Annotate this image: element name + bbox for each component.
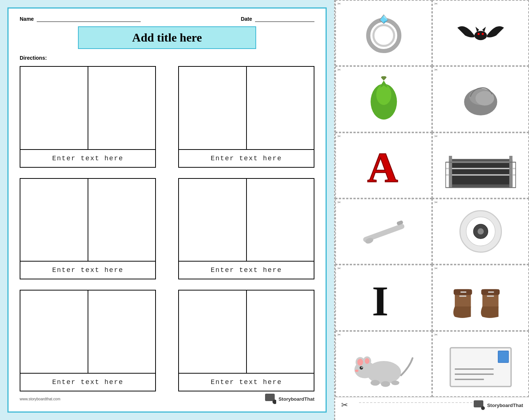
cutout-pear: ✂	[335, 66, 432, 132]
bottom-scissors-area: ✂ StoryboardThat	[335, 397, 529, 420]
scissors-top-left-3: ✂	[337, 68, 341, 72]
scissors-top-left-1: ✂	[337, 1, 341, 6]
scissors-top-left-4: ✂	[434, 68, 438, 72]
cutout-arena: ✂	[432, 132, 529, 198]
svg-point-10	[477, 33, 480, 35]
baseball-bat-icon	[346, 206, 422, 257]
card-3-image-left	[20, 179, 88, 261]
card-2-image-right	[247, 67, 314, 149]
card-1-image	[20, 67, 155, 150]
scissors-top-left-7: ✂	[337, 200, 341, 205]
logo-text: StoryboardThat	[278, 396, 314, 402]
card-3[interactable]: Enter text here	[20, 178, 156, 280]
card-2-image	[179, 67, 314, 150]
website-link: www.storyboardthat.com	[20, 397, 61, 401]
bat-icon	[443, 7, 519, 59]
cutout-letter-i: ✂ I	[335, 265, 432, 331]
card-1-text[interactable]: Enter text here	[20, 150, 155, 167]
worksheet-area: Name Date Add title here Directions: Ent…	[0, 0, 334, 420]
cutout-target: ✂	[432, 198, 529, 265]
cutout-computer-mouse: ✂	[432, 66, 529, 132]
cutout-bat: ✂	[432, 0, 529, 66]
card-2[interactable]: Enter text here	[178, 66, 314, 168]
scissors-top-left-6: ✂	[434, 134, 438, 139]
cutout-grid: ✂ ✂	[335, 0, 529, 397]
arena-icon	[443, 140, 519, 191]
svg-point-49	[359, 366, 363, 370]
boots-icon	[443, 272, 519, 324]
card-1-image-left	[20, 67, 88, 149]
card-6-image-left	[179, 291, 247, 373]
card-5-image-left	[20, 291, 88, 373]
target-icon	[443, 206, 519, 257]
directions-label: Directions:	[20, 55, 314, 61]
scissors-top-left-10: ✂	[434, 266, 438, 271]
pear-icon	[346, 73, 422, 125]
card-5-text[interactable]: Enter text here	[20, 374, 155, 391]
ring-icon	[346, 7, 422, 59]
scissors-bottom-icon: ✂	[341, 400, 348, 410]
svg-rect-0	[265, 394, 275, 401]
svg-point-13	[376, 84, 391, 105]
card-4-text[interactable]: Enter text here	[179, 262, 314, 279]
card-4-image	[179, 179, 314, 262]
svg-point-48	[365, 358, 369, 364]
card-6-text[interactable]: Enter text here	[179, 374, 314, 391]
card-6[interactable]: Enter text here	[178, 290, 314, 391]
card-3-text[interactable]: Enter text here	[20, 262, 155, 279]
svg-rect-24	[509, 156, 513, 188]
svg-point-46	[357, 359, 363, 366]
title-text: Add title here	[132, 31, 202, 44]
name-field: Name	[20, 16, 141, 22]
scissors-top-left-2: ✂	[434, 1, 438, 6]
card-4-image-right	[247, 179, 314, 261]
logo-icon	[265, 394, 276, 404]
card-5-image-right	[88, 291, 156, 373]
card-2-text[interactable]: Enter text here	[179, 150, 314, 167]
storyboard-logo: StoryboardThat	[265, 394, 314, 404]
card-4[interactable]: Enter text here	[178, 178, 314, 280]
title-box[interactable]: Add title here	[78, 26, 256, 49]
svg-rect-56	[498, 351, 509, 362]
svg-text:I: I	[372, 277, 388, 324]
svg-marker-9	[482, 27, 486, 32]
svg-point-3	[373, 25, 394, 46]
cutout-letter-a: ✂ A	[335, 132, 432, 198]
card-4-image-left	[179, 179, 247, 261]
svg-point-53	[381, 381, 390, 387]
date-field: Date	[241, 16, 314, 22]
card-3-image	[20, 179, 155, 262]
letter-i-icon: I	[346, 272, 422, 324]
scissors-top-left-9: ✂	[337, 266, 341, 271]
cutout-baseball-bat: ✂	[335, 198, 432, 265]
svg-point-11	[481, 33, 484, 35]
header-row: Name Date	[20, 16, 314, 22]
svg-marker-8	[476, 27, 479, 32]
cutout-boots: ✂	[432, 265, 529, 331]
svg-rect-61	[474, 400, 483, 407]
card-2-image-left	[179, 67, 247, 149]
scissors-top-left-8: ✂	[434, 200, 438, 205]
card-3-image-right	[88, 179, 156, 261]
storyboard-logo-icon	[474, 400, 485, 410]
cutout-panel: ✂ ✂	[334, 0, 529, 420]
letter-a-icon: A	[346, 140, 422, 191]
card-1-image-right	[88, 67, 156, 149]
card-6-image-right	[247, 291, 314, 373]
mouse-animal-icon	[346, 338, 422, 390]
svg-point-62	[481, 406, 485, 410]
footer: www.storyboardthat.com StoryboardThat	[20, 394, 314, 404]
worksheet-inner: Name Date Add title here Directions: Ent…	[7, 7, 327, 413]
cutout-postcard: ✂	[432, 331, 529, 397]
svg-point-50	[361, 367, 362, 368]
name-label: Name	[20, 16, 34, 22]
svg-point-54	[391, 381, 399, 385]
scissors-top-left-12: ✂	[434, 332, 438, 337]
scissors-top-left-5: ✂	[337, 134, 341, 139]
svg-point-33	[477, 229, 484, 235]
svg-point-52	[370, 380, 380, 385]
card-1[interactable]: Enter text here	[20, 66, 156, 168]
storyboard-logo-text-right: StoryboardThat	[487, 403, 523, 408]
cutout-ring: ✂	[335, 0, 432, 66]
card-5[interactable]: Enter text here	[20, 290, 156, 391]
